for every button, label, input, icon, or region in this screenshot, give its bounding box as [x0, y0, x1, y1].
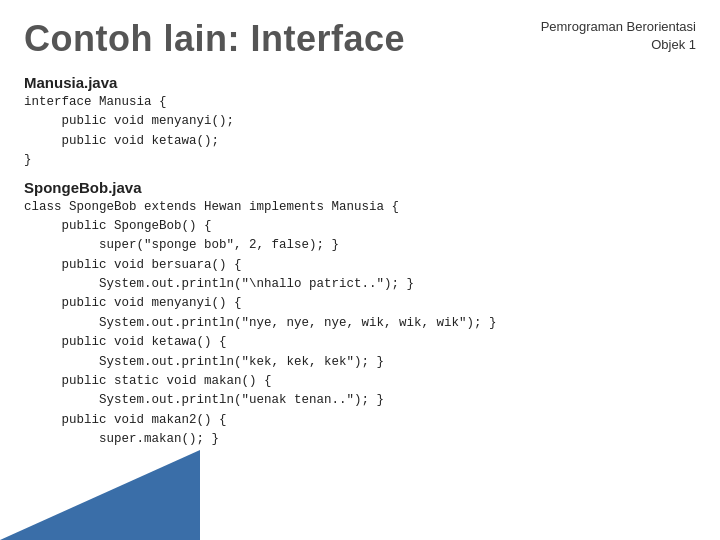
decorative-triangle: [0, 450, 200, 540]
main-content: Manusia.java interface Manusia { public …: [0, 74, 720, 467]
page-header: Contoh lain: Interface Pemrograman Beror…: [0, 0, 720, 70]
spongebob-section-title: SpongeBob.java: [24, 179, 696, 196]
manusia-section-title: Manusia.java: [24, 74, 696, 91]
subtitle: Pemrograman Berorientasi Objek 1: [541, 18, 696, 54]
subtitle-line2: Objek 1: [651, 37, 696, 52]
manusia-code: interface Manusia { public void menyanyi…: [24, 93, 696, 171]
spongebob-code: class SpongeBob extends Hewan implements…: [24, 198, 696, 450]
subtitle-line1: Pemrograman Berorientasi: [541, 19, 696, 34]
page-title: Contoh lain: Interface: [24, 18, 405, 60]
